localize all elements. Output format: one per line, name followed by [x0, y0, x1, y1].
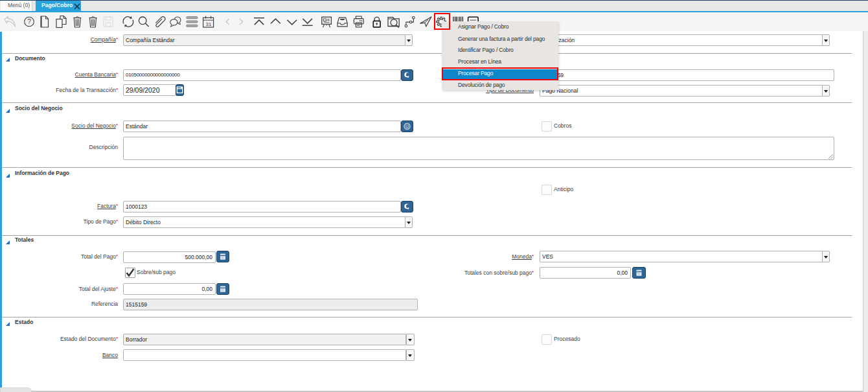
svg-text:?: ? [27, 18, 31, 25]
svg-text:31: 31 [206, 21, 212, 27]
